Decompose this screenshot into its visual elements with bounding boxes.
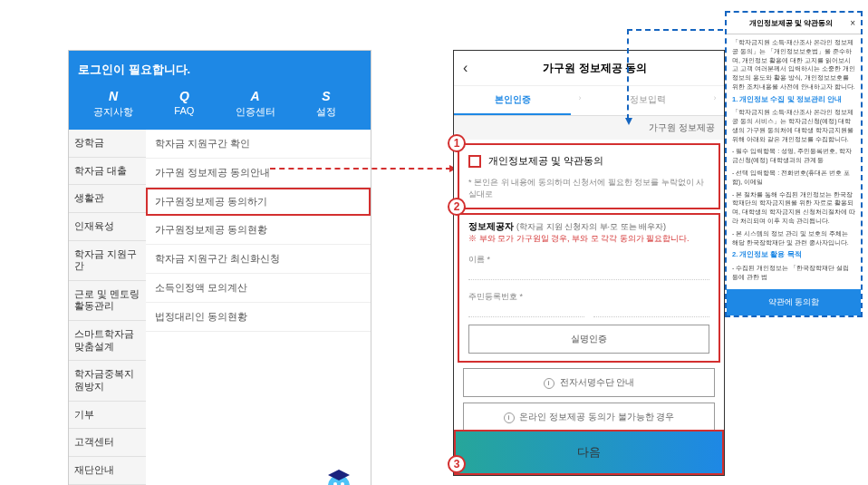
content-item[interactable]: 학자금 지원구간 최신화신청 <box>146 245 371 274</box>
sidebar-item[interactable]: 기부 <box>69 402 146 430</box>
popup-sec1-b1: - 필수 입력항목 : 성명, 주민등록번호, 학자금신청(예정) 대학생과의 … <box>732 147 855 165</box>
provider-label: 정보제공자 <box>468 221 514 231</box>
popup-sec2-title: 2. 개인정보 활용 목적 <box>732 250 855 260</box>
phone-header: ‹ 가구원 정보제공 동의 <box>454 51 724 86</box>
sidebar-item[interactable]: 학자금 지원구간 <box>69 241 146 281</box>
sidebar-item[interactable]: 생활관 <box>69 185 146 213</box>
section-label: 가구원 정보제공 <box>454 116 724 140</box>
back-icon[interactable]: ‹ <box>463 60 468 76</box>
popup-sec1-b3: - 본 절차를 통해 수집된 개인정보는 한국장학재단의 학자금지원을 위한 자… <box>732 190 855 226</box>
agree-button[interactable]: 약관에 동의함 <box>727 289 861 315</box>
checkbox-icon[interactable] <box>468 155 481 168</box>
popup-title: 개인정보제공 및 약관동의 <box>732 18 850 28</box>
consent-checkbox-row[interactable]: 개인정보제공 및 약관동의 <box>459 145 719 177</box>
esign-info-button[interactable]: i 전자서명수단 안내 <box>463 368 715 397</box>
next-button[interactable]: 다음 <box>454 430 724 475</box>
consent-label: 개인정보제공 및 약관동의 <box>488 154 603 168</box>
body-row: 장학금 학자금 대출 생활관 인재육성 학자금 지원구간 근로 및 멘토링 활동… <box>69 130 371 485</box>
mascot-icon <box>321 462 357 485</box>
sidebar-item[interactable]: 학자금중복지원방지 <box>69 361 146 401</box>
nav-notice[interactable]: N 공지사항 <box>78 89 149 119</box>
popup-sec1-title: 1. 개인정보 수집 및 정보관리 안내 <box>732 95 855 105</box>
popup-sec1-b4: - 본 시스템의 정보 관리 및 보호의 주체는 해당 한국장학재단 및 관련 … <box>732 229 855 247</box>
login-required-text: 로그인이 필요합니다. <box>78 62 362 78</box>
consent-box: 개인정보제공 및 약관동의 * 본인은 위 내용에 동의하며 신청서에 필요한 … <box>458 143 720 209</box>
rrn-label: 주민등록번호 * <box>459 287 719 305</box>
tab-identity[interactable]: 본인인증 <box>454 86 571 115</box>
phone-title: 가구원 정보제공 동의 <box>475 61 715 76</box>
popup-body: 「학자금지원 소득·재산조사 온라인 정보제공 동의」는 「개인정보보호법」을 … <box>727 34 861 289</box>
name-input[interactable] <box>468 269 709 280</box>
tab-info[interactable]: 정보입력 <box>589 86 706 115</box>
nav-row: N 공지사항 Q FAQ A 인증센터 S 설정 <box>78 89 362 119</box>
close-icon[interactable]: × <box>850 18 855 28</box>
arrow-blue-h <box>627 29 723 31</box>
rrn-input-1[interactable] <box>468 306 584 317</box>
rrn-inputs <box>468 306 709 317</box>
content-item[interactable]: 법정대리인 동의현황 <box>146 303 371 332</box>
info-provider: 정보제공자 (학자금 지원 신청자의 부·모 또는 배우자) ※ 부와 모가 가… <box>459 215 719 250</box>
info-icon: i <box>504 412 515 423</box>
sidebar-item[interactable]: 스마트학자금맞춤설계 <box>69 321 146 361</box>
content-item[interactable]: 가구원정보제공 동의현황 <box>146 216 371 245</box>
verify-name-button[interactable]: 실명인증 <box>468 325 709 354</box>
sidebar-item[interactable]: 재단안내 <box>69 457 146 485</box>
consent-note: * 본인은 위 내용에 동의하며 신청서에 필요한 정보를 누락없이 사실대로 <box>459 177 719 208</box>
arrow-red <box>270 168 451 170</box>
callout-2: 2 <box>448 198 466 216</box>
rrn-input-2[interactable] <box>593 306 709 317</box>
arrow-blue-v <box>627 29 629 120</box>
sidebar-item[interactable]: 장학금 <box>69 130 146 158</box>
provider-warning: ※ 부와 모가 가구원일 경우, 부와 모 각각 동의가 필요합니다. <box>468 233 709 245</box>
chevron-right-icon: › <box>706 86 724 115</box>
sidebar: 장학금 학자금 대출 생활관 인재육성 학자금 지원구간 근로 및 멘토링 활동… <box>69 130 146 485</box>
popup-sec1-b2: - 선택 입력항목 : 전화번호(휴대폰 번호 포함), 이메일 <box>732 169 855 187</box>
name-label: 이름 * <box>459 250 719 267</box>
sidebar-item[interactable]: 고객센터 <box>69 429 146 457</box>
popup-sec1-body: 「학자금지원 소득·재산조사 온라인 정보제공 동의 서비스」는 학자금신청(예… <box>732 108 855 143</box>
callout-3: 3 <box>448 455 466 473</box>
provider-sub: (학자금 지원 신청자의 부·모 또는 배우자) <box>516 222 666 231</box>
content-list: 학자금 지원구간 확인 가구원 정보제공 동의안내 가구원정보제공 동의하기 가… <box>146 130 371 485</box>
chevron-right-icon: › <box>571 86 589 115</box>
nav-auth[interactable]: A 인증센터 <box>220 89 291 119</box>
sidebar-item[interactable]: 학자금 대출 <box>69 158 146 186</box>
phone-mockup: ‹ 가구원 정보제공 동의 본인인증 › 정보입력 › 가구원 정보제공 개인정… <box>453 50 725 476</box>
offline-info-button[interactable]: i 온라인 정보제공 동의가 불가능한 경우 <box>463 403 715 432</box>
login-banner: 로그인이 필요합니다. N 공지사항 Q FAQ A 인증센터 S 설정 <box>69 51 371 130</box>
content-item[interactable]: 학자금 지원구간 확인 <box>146 130 371 159</box>
popup-header: 개인정보제공 및 약관동의 × <box>727 13 861 34</box>
popup-intro: 「학자금지원 소득·재산조사 온라인 정보제공 동의」는 「개인정보보호법」을 … <box>732 38 855 92</box>
left-panel: 로그인이 필요합니다. N 공지사항 Q FAQ A 인증센터 S 설정 장학금… <box>68 50 371 485</box>
sidebar-item[interactable]: 인재육성 <box>69 213 146 241</box>
nav-faq[interactable]: Q FAQ <box>149 89 219 119</box>
terms-popup: 개인정보제공 및 약관동의 × 「학자금지원 소득·재산조사 온라인 정보제공 … <box>725 11 863 317</box>
tabs: 본인인증 › 정보입력 › <box>454 86 724 116</box>
nav-settings[interactable]: S 설정 <box>291 89 362 119</box>
content-item-consent[interactable]: 가구원정보제공 동의하기 <box>146 188 371 216</box>
content-item[interactable]: 가구원 정보제공 동의안내 <box>146 159 371 188</box>
content-item[interactable]: 소득인정액 모의계산 <box>146 274 371 303</box>
info-icon: i <box>544 378 555 389</box>
provider-box: 정보제공자 (학자금 지원 신청자의 부·모 또는 배우자) ※ 부와 모가 가… <box>458 213 720 363</box>
callout-1: 1 <box>448 134 466 152</box>
popup-sec2-body: - 수집된 개인정보는 「한국장학재단 설립 등에 관한 법 <box>732 264 855 282</box>
sidebar-item[interactable]: 근로 및 멘토링 활동관리 <box>69 281 146 321</box>
